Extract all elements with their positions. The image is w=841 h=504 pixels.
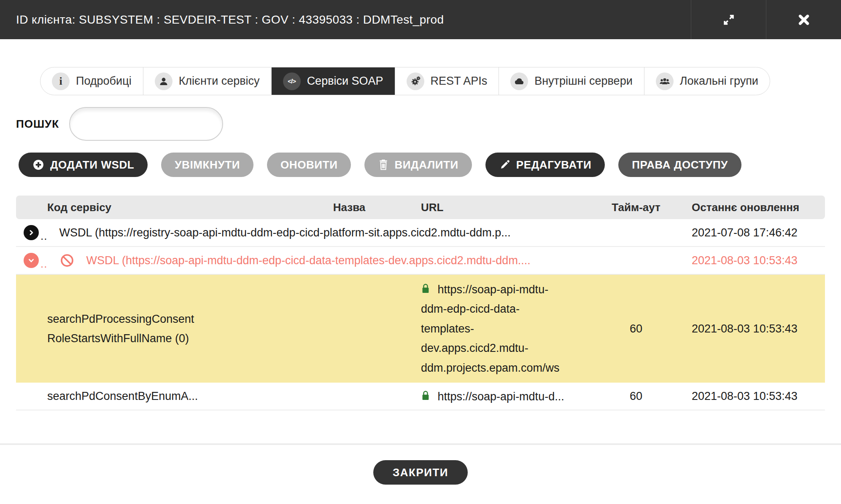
gears-icon	[407, 72, 424, 90]
close-modal-button[interactable]: ЗАКРИТИ	[373, 460, 468, 485]
truncation-dots: ..	[40, 258, 47, 268]
col-name: Назва	[278, 201, 421, 214]
tab-rest-apis[interactable]: REST APIs	[395, 67, 499, 95]
user-icon	[155, 72, 173, 90]
search-input[interactable]	[69, 107, 223, 141]
table-header: Код сервісу Назва URL Тайм-аут Останнє о…	[16, 196, 825, 219]
lock-icon	[421, 391, 434, 404]
tab-details[interactable]: i Подробиці	[40, 67, 143, 95]
service-row[interactable]: searchPdConsentByEnumA... https://soap-a…	[16, 383, 825, 410]
wsdl-url-text: WSDL (https://soap-api-mdtu-ddm-edp-cicd…	[86, 254, 530, 267]
trash-icon	[378, 159, 389, 171]
wsdl-url-text: WSDL (https://registry-soap-api-mdtu-ddm…	[59, 226, 510, 239]
lock-icon	[421, 284, 434, 297]
tab-label: REST APIs	[431, 75, 488, 88]
chevron-down-circle-icon[interactable]	[24, 253, 39, 268]
users-icon	[656, 72, 674, 90]
tab-local-groups[interactable]: Локальні групи	[644, 67, 770, 95]
wsdl-group-row[interactable]: .. WSDL (https://registry-soap-api-mdtu-…	[16, 219, 825, 247]
tab-label: Локальні групи	[680, 75, 758, 88]
tab-label: Подробиці	[76, 75, 132, 88]
header-buttons	[691, 0, 841, 39]
col-service-code: Код сервісу	[16, 201, 278, 214]
timeout-cell: 60	[602, 319, 670, 338]
tab-label: Внутрішні сервери	[534, 75, 633, 88]
button-label: ВИДАЛИТИ	[394, 158, 458, 172]
plus-circle-icon	[32, 158, 45, 171]
services-table: Код сервісу Назва URL Тайм-аут Останнє о…	[16, 196, 825, 410]
blocked-icon	[60, 253, 74, 268]
wsdl-group-row-disabled[interactable]: .. WSDL (https://soap-api-mdtu-ddm-edp-c…	[16, 247, 825, 275]
search-row: ПОШУК	[16, 107, 841, 141]
button-label: ПРАВА ДОСТУПУ	[632, 158, 728, 172]
edit-button[interactable]: РЕДАГУВАТИ	[485, 153, 605, 177]
code-icon: </>	[283, 72, 301, 90]
last-updated-cell: 2021-08-03 10:53:43	[670, 319, 825, 338]
tab-label: Сервіси SOAP	[307, 75, 383, 88]
service-row-selected[interactable]: searchPdProcessingConsent RoleStartsWith…	[16, 275, 825, 383]
last-updated-cell: 2021-08-03 10:53:43	[670, 254, 825, 267]
expand-icon	[722, 13, 736, 27]
pencil-icon	[499, 159, 511, 171]
service-code-cell: searchPdProcessingConsent RoleStartsWith…	[16, 309, 278, 349]
search-label: ПОШУК	[16, 118, 59, 131]
toolbar: ДОДАТИ WSDL УВІМКНУТИ ОНОВИТИ ВИДАЛИТИ Р…	[19, 153, 841, 177]
modal-header: ID клієнта: SUBSYSTEM : SEVDEIR-TEST : G…	[0, 0, 841, 39]
refresh-button[interactable]: ОНОВИТИ	[267, 153, 351, 177]
access-rights-button[interactable]: ПРАВА ДОСТУПУ	[618, 153, 741, 177]
service-code-cell: searchPdConsentByEnumA...	[16, 390, 278, 403]
button-label: ДОДАТИ WSDL	[50, 158, 134, 172]
col-timeout: Тайм-аут	[602, 201, 670, 214]
service-url-text: https://soap-api-mdtu-ddm-edp-cicd-data-…	[421, 283, 560, 374]
tab-bar: i Подробиці Клієнти сервісу </> Сервіси …	[40, 67, 770, 95]
tab-soap-services[interactable]: </> Сервіси SOAP	[272, 67, 395, 95]
tab-service-clients[interactable]: Клієнти сервісу	[143, 67, 272, 95]
client-id-title: ID клієнта: SUBSYSTEM : SEVDEIR-TEST : G…	[0, 13, 691, 27]
expand-button[interactable]	[691, 0, 766, 39]
button-label: УВІМКНУТИ	[175, 158, 240, 172]
chevron-right-circle-icon[interactable]	[24, 225, 39, 240]
button-label: РЕДАГУВАТИ	[516, 158, 591, 172]
close-icon	[798, 13, 810, 26]
cloud-icon	[510, 72, 528, 90]
enable-button[interactable]: УВІМКНУТИ	[161, 153, 253, 177]
col-last-updated: Останнє оновлення	[670, 201, 825, 214]
last-updated-cell: 2021-07-08 17:46:42	[670, 226, 825, 239]
service-url-cell: https://soap-api-mdtu-ddm-edp-cicd-data-…	[421, 280, 602, 378]
info-icon: i	[52, 72, 70, 90]
truncation-dots: ..	[40, 231, 47, 240]
last-updated-cell: 2021-08-03 10:53:43	[670, 390, 825, 403]
footer-divider	[0, 443, 841, 445]
col-url: URL	[421, 201, 602, 214]
wsdl-group-main: .. WSDL (https://registry-soap-api-mdtu-…	[16, 225, 602, 240]
button-label: ОНОВИТИ	[280, 158, 337, 172]
service-url-cell: https://soap-api-mdtu-d...	[421, 389, 602, 403]
service-url-text: https://soap-api-mdtu-d...	[438, 390, 564, 403]
close-button[interactable]	[766, 0, 841, 39]
wsdl-group-main: .. WSDL (https://soap-api-mdtu-ddm-edp-c…	[16, 253, 602, 268]
delete-button[interactable]: ВИДАЛИТИ	[364, 153, 472, 177]
tab-internal-servers[interactable]: Внутрішні сервери	[499, 67, 644, 95]
timeout-cell: 60	[602, 390, 670, 403]
tab-label: Клієнти сервісу	[179, 75, 260, 88]
add-wsdl-button[interactable]: ДОДАТИ WSDL	[19, 153, 148, 177]
